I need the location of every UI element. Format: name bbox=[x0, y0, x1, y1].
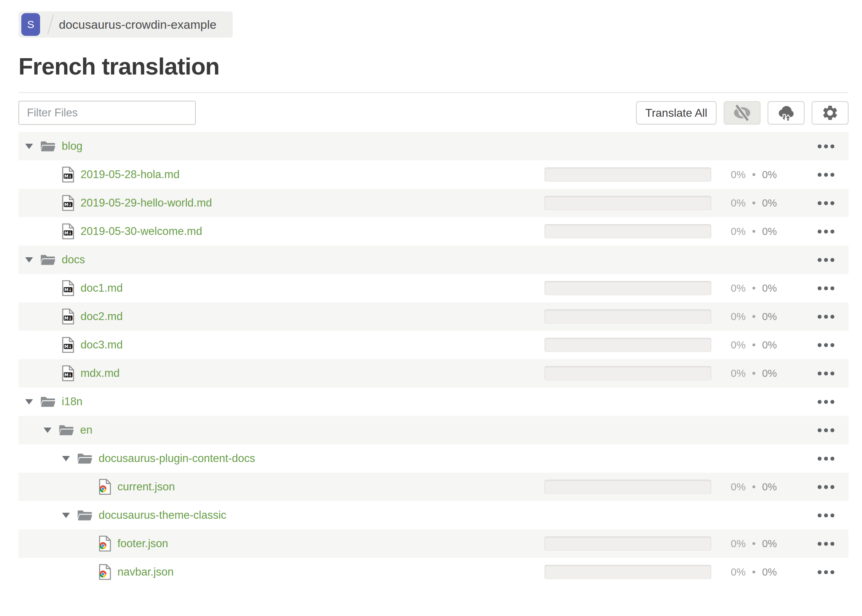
file-name-link[interactable]: 2019-05-29-hello-world.md bbox=[80, 196, 212, 209]
svg-text:M↓: M↓ bbox=[64, 174, 72, 179]
progress-percentages: 0% • 0% bbox=[711, 538, 818, 550]
percent-separator: • bbox=[749, 368, 758, 379]
row-menu-button[interactable] bbox=[818, 258, 834, 262]
sync-files-button[interactable] bbox=[768, 101, 804, 124]
folder-name-link[interactable]: docusaurus-plugin-content-docs bbox=[99, 452, 255, 465]
tree-row-folder: docusaurus-theme-classic bbox=[19, 501, 848, 530]
file-name-link[interactable]: mdx.md bbox=[80, 367, 119, 380]
tree-row-file: navbar.json 0% • 0% bbox=[19, 558, 848, 586]
caret-down-icon[interactable] bbox=[21, 144, 37, 149]
settings-button[interactable] bbox=[812, 101, 848, 124]
row-right-section bbox=[545, 139, 848, 153]
gear-icon bbox=[821, 104, 839, 122]
tree-row-folder: en bbox=[19, 416, 848, 444]
tree-row-file: M↓ doc3.md 0% • 0% bbox=[19, 331, 848, 359]
file-name-link[interactable]: footer.json bbox=[118, 537, 168, 550]
caret-down-icon[interactable] bbox=[40, 427, 55, 433]
folder-name-link[interactable]: docs bbox=[62, 253, 85, 266]
row-right-section: 0% • 0% bbox=[545, 338, 848, 352]
percent-separator: • bbox=[749, 481, 758, 492]
svg-text:M↓: M↓ bbox=[64, 344, 72, 349]
row-menu-button[interactable] bbox=[818, 400, 834, 404]
svg-text:M↓: M↓ bbox=[64, 316, 72, 321]
progress-bar bbox=[545, 536, 711, 551]
row-menu-button[interactable] bbox=[818, 145, 834, 148]
caret-down-icon[interactable] bbox=[21, 399, 37, 404]
tree-row-file: M↓ 2019-05-30-welcome.md 0% • 0% bbox=[19, 217, 848, 245]
file-name-link[interactable]: navbar.json bbox=[118, 566, 174, 578]
percent-separator: • bbox=[749, 566, 758, 578]
translated-percent: 0% bbox=[731, 311, 746, 322]
folder-name-link[interactable]: i18n bbox=[62, 395, 83, 408]
translate-all-button[interactable]: Translate All bbox=[636, 101, 716, 124]
tree-row-file: M↓ doc2.md 0% • 0% bbox=[19, 302, 848, 331]
row-menu-button[interactable] bbox=[818, 428, 834, 432]
approved-percent: 0% bbox=[762, 283, 777, 294]
row-menu-button[interactable] bbox=[818, 173, 834, 177]
caret-down-icon[interactable] bbox=[21, 257, 37, 262]
json-file-icon bbox=[98, 478, 112, 495]
file-name-link[interactable]: doc2.md bbox=[80, 310, 123, 323]
percent-separator: • bbox=[749, 169, 758, 180]
tree-row-file: M↓ 2019-05-29-hello-world.md 0% • 0% bbox=[19, 189, 848, 217]
percent-separator: • bbox=[749, 283, 758, 294]
folder-icon bbox=[40, 253, 56, 266]
approved-percent: 0% bbox=[762, 197, 777, 209]
row-menu-button[interactable] bbox=[818, 229, 834, 234]
markdown-file-icon: M↓ bbox=[61, 223, 75, 240]
row-menu-button[interactable] bbox=[818, 371, 834, 376]
breadcrumb-project-name[interactable]: docusaurus-crowdin-example bbox=[59, 18, 217, 31]
row-menu-button[interactable] bbox=[818, 201, 834, 205]
json-file-icon bbox=[98, 535, 112, 552]
svg-text:M↓: M↓ bbox=[64, 231, 72, 236]
translated-percent: 0% bbox=[731, 339, 746, 350]
row-right-section bbox=[545, 253, 848, 267]
markdown-file-icon: M↓ bbox=[61, 195, 75, 212]
row-right-section bbox=[545, 394, 848, 409]
file-tree: blog M↓ 2019-05-28-hola.md 0% • 0% bbox=[19, 132, 848, 586]
file-name-link[interactable]: doc3.md bbox=[80, 338, 123, 351]
progress-bar bbox=[545, 168, 711, 182]
caret-down-icon[interactable] bbox=[58, 513, 74, 518]
translated-percent: 0% bbox=[731, 538, 746, 549]
breadcrumb[interactable]: S docusaurus-crowdin-example bbox=[19, 11, 233, 38]
folder-name-link[interactable]: en bbox=[80, 424, 92, 437]
folder-name-link[interactable]: docusaurus-theme-classic bbox=[99, 509, 226, 522]
row-right-section: 0% • 0% bbox=[545, 281, 848, 295]
filter-files-input[interactable] bbox=[19, 101, 196, 125]
file-name-link[interactable]: current.json bbox=[118, 481, 175, 493]
tree-row-folder: blog bbox=[19, 132, 848, 160]
approved-percent: 0% bbox=[762, 481, 777, 492]
progress-percentages: 0% • 0% bbox=[711, 339, 818, 351]
workspace-avatar[interactable]: S bbox=[21, 13, 40, 36]
tree-row-folder: docs bbox=[19, 245, 848, 274]
progress-bar bbox=[545, 196, 711, 210]
project-files-page: S docusaurus-crowdin-example French tran… bbox=[0, 0, 862, 586]
row-menu-button[interactable] bbox=[818, 286, 834, 290]
caret-down-icon[interactable] bbox=[58, 456, 74, 461]
row-menu-button[interactable] bbox=[818, 343, 834, 347]
approved-percent: 0% bbox=[762, 226, 777, 237]
translated-percent: 0% bbox=[731, 226, 746, 237]
file-name-link[interactable]: 2019-05-28-hola.md bbox=[80, 168, 179, 181]
tree-row-file: M↓ doc1.md 0% • 0% bbox=[19, 274, 848, 302]
progress-percentages: 0% • 0% bbox=[711, 226, 818, 237]
file-name-link[interactable]: 2019-05-30-welcome.md bbox=[80, 225, 202, 238]
tree-row-file: M↓ 2019-05-28-hola.md 0% • 0% bbox=[19, 160, 848, 189]
row-menu-button[interactable] bbox=[818, 315, 834, 319]
translated-percent: 0% bbox=[731, 283, 746, 294]
row-menu-button[interactable] bbox=[818, 457, 834, 460]
percent-separator: • bbox=[749, 197, 758, 209]
row-right-section: 0% • 0% bbox=[545, 196, 848, 210]
hidden-files-toggle-button[interactable] bbox=[724, 101, 760, 124]
row-menu-button[interactable] bbox=[818, 514, 834, 517]
row-menu-button[interactable] bbox=[818, 542, 834, 546]
file-name-link[interactable]: doc1.md bbox=[80, 282, 123, 294]
row-right-section: 0% • 0% bbox=[545, 168, 848, 182]
row-menu-button[interactable] bbox=[818, 485, 834, 489]
progress-bar bbox=[545, 565, 711, 579]
svg-text:M↓: M↓ bbox=[64, 372, 72, 377]
folder-name-link[interactable]: blog bbox=[62, 140, 83, 152]
progress-bar bbox=[545, 338, 711, 352]
row-menu-button[interactable] bbox=[818, 570, 834, 574]
